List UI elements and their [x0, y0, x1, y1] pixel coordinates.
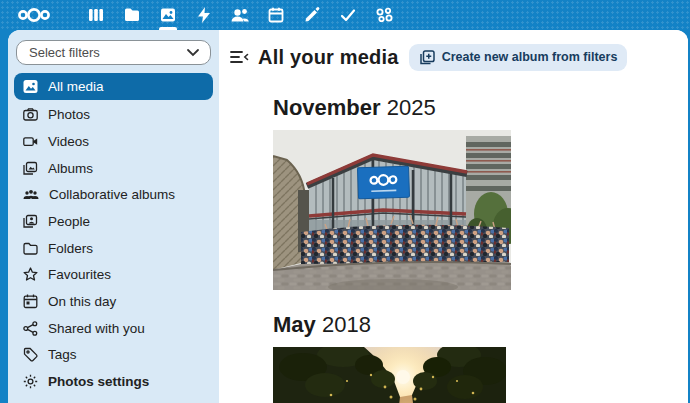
sidebar-item-label: Tags	[48, 347, 77, 362]
photo-vineyard-sunset[interactable]	[273, 347, 688, 403]
camera-icon	[22, 106, 39, 123]
contacts-icon[interactable]	[222, 0, 258, 30]
app-icon-row	[78, 0, 402, 30]
sidebar-item-photos[interactable]: Photos	[14, 101, 213, 128]
section-month: November	[273, 95, 381, 120]
sidebar-item-videos[interactable]: Videos	[14, 128, 213, 155]
vineyard-photo-graphic	[273, 347, 506, 403]
sidebar-item-label: Videos	[48, 134, 89, 149]
section-year: 2025	[387, 95, 436, 120]
app-content-frame: Select filters All media Photos	[8, 30, 688, 403]
sidebar-item-tags[interactable]: Tags	[14, 342, 213, 369]
tag-icon	[22, 346, 39, 363]
sidebar-item-label: Favourites	[48, 267, 111, 282]
conference-photo-graphic	[273, 130, 511, 290]
notes-icon[interactable]	[294, 0, 330, 30]
sidebar-item-albums[interactable]: Albums	[14, 155, 213, 182]
collapse-sidebar-icon[interactable]	[228, 46, 250, 68]
sidebar-item-label: On this day	[48, 294, 116, 309]
nextcloud-banner	[357, 166, 409, 199]
calendar-day-icon	[22, 293, 39, 310]
sidebar-item-collaborative-albums[interactable]: Collaborative albums	[14, 181, 213, 208]
files-icon[interactable]	[114, 0, 150, 30]
sidebar-item-people[interactable]: People	[14, 208, 213, 235]
sidebar-item-label: People	[48, 214, 90, 229]
tasks-icon[interactable]	[330, 0, 366, 30]
create-album-from-filters-button[interactable]: Create new album from filters	[409, 44, 628, 71]
gear-icon	[22, 373, 39, 390]
create-album-label: Create new album from filters	[442, 50, 618, 64]
folder-icon	[22, 240, 39, 257]
page-title: All your media	[258, 46, 399, 69]
calendar-icon[interactable]	[258, 0, 294, 30]
sidebar-item-shared-with-you[interactable]: Shared with you	[14, 315, 213, 342]
top-header-bar	[0, 0, 690, 30]
photos-settings-button[interactable]: Photos settings	[14, 368, 213, 395]
photos-settings-label: Photos settings	[48, 374, 149, 389]
sidebar-item-label: Photos	[48, 107, 90, 122]
section-year: 2018	[322, 312, 371, 337]
section-heading-may-2018: May 2018	[273, 312, 688, 338]
share-icon	[22, 320, 39, 337]
video-camera-icon	[22, 133, 39, 150]
album-stack-icon	[22, 160, 39, 177]
main-header-bar: All your media Create new album from fil…	[228, 43, 688, 71]
sidebar-item-label: Shared with you	[48, 321, 145, 336]
sidebar-item-favourites[interactable]: Favourites	[14, 262, 213, 289]
add-album-icon	[419, 49, 436, 66]
photos-sidebar: Select filters All media Photos	[8, 30, 219, 403]
select-filters-label: Select filters	[29, 45, 186, 60]
photos-icon[interactable]	[150, 0, 186, 30]
person-frame-icon	[22, 213, 39, 230]
activity-icon[interactable]	[186, 0, 222, 30]
star-icon	[22, 266, 39, 283]
sidebar-item-all-media[interactable]: All media	[14, 73, 213, 101]
sidebar-item-folders[interactable]: Folders	[14, 235, 213, 262]
dashboard-icon[interactable]	[78, 0, 114, 30]
sidebar-item-label: Collaborative albums	[49, 187, 175, 202]
section-heading-november-2025: November 2025	[273, 95, 688, 121]
image-icon	[22, 78, 39, 95]
sidebar-item-on-this-day[interactable]: On this day	[14, 288, 213, 315]
section-month: May	[273, 312, 316, 337]
circles-icon[interactable]	[366, 0, 402, 30]
sidebar-item-label: Albums	[48, 161, 93, 176]
main-content: All your media Create new album from fil…	[219, 30, 688, 403]
sidebar-item-label: All media	[48, 79, 104, 94]
nextcloud-logo-icon[interactable]	[16, 4, 52, 26]
chevron-down-icon	[186, 48, 200, 57]
select-filters-dropdown[interactable]: Select filters	[16, 40, 211, 65]
people-group-icon	[22, 186, 40, 203]
sidebar-item-label: Folders	[48, 241, 93, 256]
photo-nextcloud-conference-group[interactable]	[273, 130, 688, 290]
